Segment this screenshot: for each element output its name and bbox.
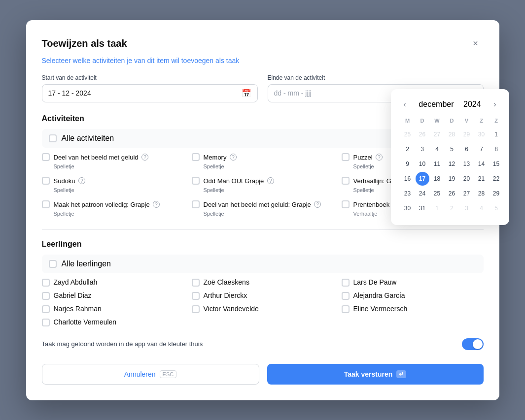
info-icon[interactable]: ? — [314, 201, 321, 208]
info-icon[interactable]: ? — [153, 201, 160, 208]
info-icon[interactable]: ? — [78, 177, 85, 184]
student-item[interactable]: Arthur Dierckx — [192, 291, 334, 300]
calendar-day[interactable]: 2 — [401, 142, 415, 156]
calendar-day[interactable]: 19 — [445, 172, 459, 186]
student-item[interactable]: Zoë Claeskens — [192, 278, 334, 287]
info-icon[interactable]: ? — [267, 177, 274, 184]
activity-item[interactable]: Sudoku ? Spelletje — [42, 176, 184, 194]
calendar-day[interactable]: 27 — [430, 128, 444, 141]
calendar-day[interactable]: 4 — [475, 201, 489, 215]
student-item[interactable]: Alejandra García — [342, 291, 484, 300]
student-checkbox[interactable] — [42, 319, 50, 326]
calendar-day[interactable]: 22 — [490, 172, 503, 186]
calendar-day[interactable]: 21 — [475, 172, 489, 186]
calendar-day[interactable]: 16 — [401, 172, 415, 186]
calendar-day[interactable]: 5 — [490, 201, 503, 215]
calendar-day[interactable]: 18 — [430, 172, 444, 186]
calendar-day[interactable]: 30 — [401, 201, 415, 215]
info-icon[interactable]: ? — [141, 154, 148, 161]
calendar-day[interactable]: 29 — [460, 128, 474, 141]
calendar-day[interactable]: 26 — [445, 187, 459, 200]
student-checkbox[interactable] — [342, 292, 350, 300]
student-checkbox[interactable] — [42, 279, 50, 287]
calendar-day[interactable]: 9 — [401, 157, 415, 171]
send-button[interactable]: Taak versturen ↵ — [267, 364, 484, 385]
activity-checkbox[interactable] — [192, 200, 200, 208]
student-item[interactable]: Gabriel Diaz — [42, 291, 184, 300]
student-item[interactable]: Eline Vermeersch — [342, 305, 484, 313]
student-item[interactable]: Narjes Rahman — [42, 305, 184, 313]
student-checkbox[interactable] — [342, 279, 350, 287]
calendar-day[interactable]: 13 — [460, 157, 474, 171]
calendar-day[interactable]: 4 — [430, 142, 444, 156]
modal-dialog: Toewijzen als taak × Selecteer welke act… — [26, 20, 499, 400]
calendar-prev-button[interactable]: ‹ — [401, 99, 409, 110]
calendar-day[interactable]: 15 — [490, 157, 503, 171]
start-calendar-icon[interactable]: 📅 — [242, 89, 251, 98]
close-button[interactable]: × — [468, 36, 484, 52]
activity-item[interactable]: Maak het patroon volledig: Grapje ? Spel… — [42, 200, 184, 218]
activity-sub: Spelletje — [204, 211, 224, 217]
info-icon[interactable]: ? — [376, 154, 383, 161]
calendar-day[interactable]: 31 — [416, 201, 429, 215]
activity-checkbox[interactable] — [42, 200, 50, 208]
start-date-input[interactable] — [48, 89, 238, 97]
student-item[interactable]: Zayd Abdullah — [42, 278, 184, 287]
calendar-day[interactable]: 8 — [490, 142, 503, 156]
activity-checkbox[interactable] — [342, 177, 350, 185]
calendar-day[interactable]: 3 — [460, 201, 474, 215]
activity-checkbox[interactable] — [192, 177, 200, 185]
activity-checkbox[interactable] — [192, 153, 200, 161]
all-students-checkbox[interactable] — [49, 260, 57, 268]
activity-checkbox[interactable] — [42, 177, 50, 185]
student-checkbox[interactable] — [42, 305, 50, 313]
calendar-day[interactable]: 17 — [416, 172, 429, 186]
calendar-popup: ‹ december 2024 › MDWDVZZ252627282930123… — [391, 89, 509, 225]
calendar-day[interactable]: 20 — [460, 172, 474, 186]
calendar-day[interactable]: 14 — [475, 157, 489, 171]
calendar-day[interactable]: 7 — [475, 142, 489, 156]
calendar-day[interactable]: 25 — [401, 128, 415, 141]
calendar-day[interactable]: 29 — [490, 187, 503, 200]
activity-checkbox[interactable] — [342, 153, 350, 161]
start-date-input-wrapper[interactable]: 📅 — [42, 84, 258, 102]
calendar-next-button[interactable]: › — [490, 99, 499, 110]
info-icon[interactable]: ? — [230, 154, 237, 161]
calendar-day[interactable]: 28 — [445, 128, 459, 141]
calendar-day[interactable]: 5 — [445, 142, 459, 156]
activity-item[interactable]: Memory ? Spelletje — [192, 153, 334, 170]
calendar-day[interactable]: 25 — [430, 187, 444, 200]
all-students-row[interactable]: Alle leerlingen — [42, 255, 484, 273]
cancel-button[interactable]: Annuleren ESC — [42, 364, 259, 385]
student-checkbox[interactable] — [342, 305, 350, 313]
student-checkbox[interactable] — [192, 305, 200, 313]
student-item[interactable]: Victor Vandevelde — [192, 305, 334, 313]
calendar-day[interactable]: 30 — [475, 128, 489, 141]
calendar-day[interactable]: 23 — [401, 187, 415, 200]
calendar-day[interactable]: 11 — [430, 157, 444, 171]
home-toggle[interactable] — [462, 338, 484, 350]
student-item[interactable]: Lars De Pauw — [342, 278, 484, 287]
activity-item[interactable]: Odd Man OUt Grapje ? Spelletje — [192, 176, 334, 194]
action-row: Annuleren ESC Taak versturen ↵ — [42, 364, 484, 385]
calendar-day[interactable]: 2 — [445, 201, 459, 215]
calendar-day[interactable]: 26 — [416, 128, 429, 141]
activity-checkbox[interactable] — [342, 200, 350, 208]
activity-item[interactable]: Deel van het beeld met geluid ? Spelletj… — [42, 153, 184, 170]
student-checkbox[interactable] — [42, 292, 50, 300]
calendar-day[interactable]: 28 — [475, 187, 489, 200]
calendar-day[interactable]: 6 — [460, 142, 474, 156]
student-item[interactable]: Charlotte Vermeulen — [42, 318, 184, 326]
calendar-day[interactable]: 1 — [430, 201, 444, 215]
activity-item[interactable]: Deel van het beeld met geluid: Grapje ? … — [192, 200, 334, 218]
student-checkbox[interactable] — [192, 292, 200, 300]
all-activities-checkbox[interactable] — [49, 134, 57, 142]
calendar-day[interactable]: 24 — [416, 187, 429, 200]
calendar-day[interactable]: 10 — [416, 157, 429, 171]
calendar-day[interactable]: 1 — [490, 128, 503, 141]
student-checkbox[interactable] — [192, 279, 200, 287]
calendar-day[interactable]: 12 — [445, 157, 459, 171]
calendar-day[interactable]: 3 — [416, 142, 429, 156]
activity-checkbox[interactable] — [42, 153, 50, 161]
calendar-day[interactable]: 27 — [460, 187, 474, 200]
